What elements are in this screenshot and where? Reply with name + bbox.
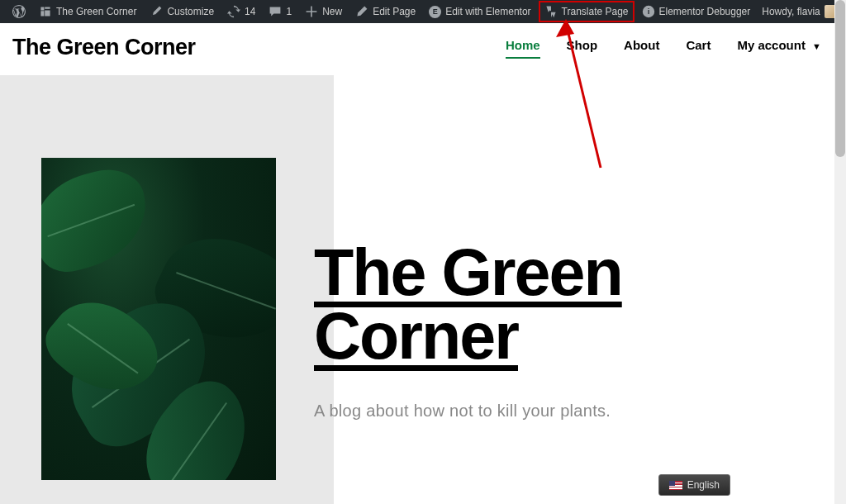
- comments-count: 1: [286, 6, 292, 17]
- hero-image-column: [0, 75, 334, 504]
- hero-section: The Green Corner A blog about how not to…: [0, 75, 846, 504]
- svg-text:i: i: [647, 7, 649, 16]
- dashboard-icon: [39, 5, 52, 18]
- translate-page-button[interactable]: Translate Page: [539, 1, 634, 22]
- edit-page-text: Edit Page: [373, 6, 416, 17]
- howdy-text: Howdy, flavia: [762, 6, 820, 17]
- plant-image: [41, 158, 276, 480]
- plus-icon: [305, 5, 318, 18]
- new-content-menu[interactable]: New: [299, 0, 348, 23]
- site-name-menu[interactable]: The Green Corner: [33, 0, 142, 23]
- pencil-icon: [355, 5, 368, 18]
- admin-bar-left: The Green Corner Customize 14 1 New: [7, 0, 756, 23]
- nav-shop[interactable]: Shop: [567, 38, 598, 57]
- site-header: The Green Corner Home Shop About Cart My…: [0, 23, 846, 75]
- new-text: New: [322, 6, 342, 17]
- user-menu[interactable]: Howdy, flavia: [756, 0, 843, 23]
- site-name-text: The Green Corner: [56, 6, 136, 17]
- updates-count: 14: [245, 6, 255, 17]
- admin-bar-right: Howdy, flavia: [756, 0, 846, 23]
- language-switcher[interactable]: English: [658, 474, 730, 496]
- us-flag-icon: [669, 481, 682, 490]
- translate-icon: [544, 5, 558, 18]
- comments-link[interactable]: 1: [263, 0, 297, 23]
- nav-home[interactable]: Home: [506, 38, 540, 57]
- wp-admin-bar: The Green Corner Customize 14 1 New: [0, 0, 846, 23]
- edit-elementor-text: Edit with Elementor: [445, 6, 530, 17]
- site-title[interactable]: The Green Corner: [12, 35, 196, 60]
- hero-subtitle: A blog about how not to kill your plants…: [314, 402, 821, 421]
- nav-account-label: My account: [737, 38, 806, 52]
- edit-elementor-link[interactable]: E Edit with Elementor: [423, 0, 536, 23]
- elementor-debugger-link[interactable]: i Elementor Debugger: [636, 0, 757, 23]
- debugger-text: Elementor Debugger: [659, 6, 751, 17]
- customize-text: Customize: [167, 6, 214, 17]
- info-icon: i: [642, 5, 655, 18]
- refresh-icon: [227, 5, 240, 18]
- brush-icon: [150, 5, 163, 18]
- hero-title: The Green Corner: [314, 240, 821, 368]
- nav-about[interactable]: About: [624, 38, 659, 57]
- customize-link[interactable]: Customize: [144, 0, 220, 23]
- translate-page-text: Translate Page: [562, 6, 629, 17]
- wp-logo-menu[interactable]: [7, 0, 31, 23]
- vertical-scrollbar[interactable]: [834, 0, 846, 504]
- chevron-down-icon: ▼: [812, 41, 821, 51]
- elementor-icon: E: [429, 6, 441, 18]
- scrollbar-thumb[interactable]: [835, 0, 845, 157]
- language-label: English: [687, 479, 720, 491]
- edit-page-link[interactable]: Edit Page: [349, 0, 421, 23]
- updates-link[interactable]: 14: [221, 0, 261, 23]
- nav-my-account[interactable]: My account ▼: [737, 38, 821, 57]
- comment-icon: [269, 5, 282, 18]
- nav-cart[interactable]: Cart: [686, 38, 711, 57]
- wordpress-icon: [12, 5, 26, 18]
- hero-text-column: The Green Corner A blog about how not to…: [334, 75, 846, 504]
- main-navigation: Home Shop About Cart My account ▼: [506, 38, 821, 57]
